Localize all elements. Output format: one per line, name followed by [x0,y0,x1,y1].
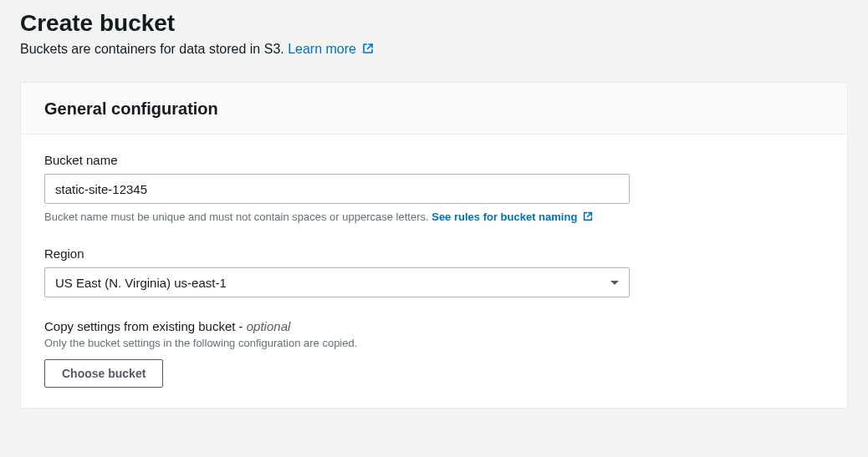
panel-header: General configuration [21,83,847,135]
external-link-icon [361,42,375,58]
learn-more-link[interactable]: Learn more [288,42,375,56]
choose-bucket-button[interactable]: Choose bucket [44,359,163,388]
bucket-name-help: Bucket name must be unique and must not … [44,211,824,225]
panel-title: General configuration [44,99,824,119]
copy-settings-field: Copy settings from existing bucket - opt… [44,319,824,388]
bucket-name-field: Bucket name Bucket name must be unique a… [44,153,824,225]
bucket-name-help-text: Bucket name must be unique and must not … [44,211,431,223]
page-title: Create bucket [20,8,848,38]
bucket-name-input[interactable] [44,174,630,204]
region-select[interactable]: US East (N. Virginia) us-east-1 [44,267,630,297]
copy-settings-label-text: Copy settings from existing bucket - [44,319,247,333]
region-field: Region US East (N. Virginia) us-east-1 [44,246,824,297]
page-subtitle: Buckets are containers for data stored i… [20,42,848,58]
general-config-panel: General configuration Bucket name Bucket… [20,82,848,409]
rules-link-text: See rules for bucket naming [431,211,577,223]
bucket-name-label: Bucket name [44,153,824,167]
region-label: Region [44,246,824,261]
bucket-naming-rules-link[interactable]: See rules for bucket naming [431,211,594,223]
learn-more-text: Learn more [288,42,356,56]
subtitle-text: Buckets are containers for data stored i… [20,42,288,56]
copy-settings-help: Only the bucket settings in the followin… [44,337,824,349]
copy-settings-optional: optional [247,319,291,333]
external-link-icon [582,211,594,225]
region-selected-value: US East (N. Virginia) us-east-1 [55,276,227,290]
copy-settings-label: Copy settings from existing bucket - opt… [44,319,824,333]
